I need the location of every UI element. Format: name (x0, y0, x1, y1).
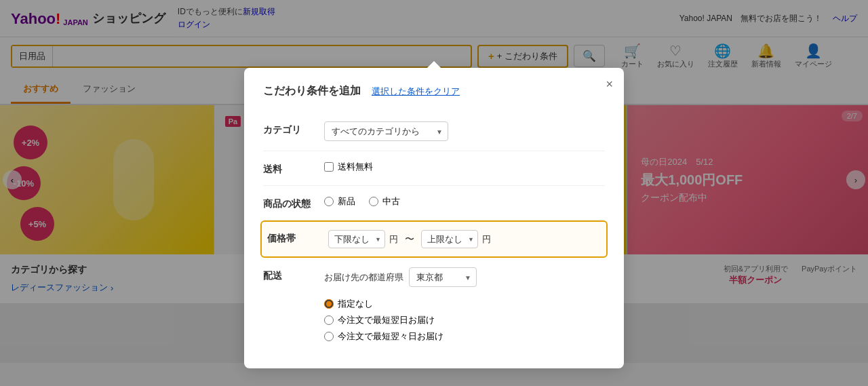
new-condition-radio[interactable] (324, 197, 334, 206)
category-select-wrapper: すべてのカテゴリから レディースファッション メンズファッション 家電 食品 (324, 121, 448, 141)
delivery-content: お届け先の都道府県 東京都 大阪府 愛知県 神奈川県 北海道 (324, 267, 605, 343)
price-min-select[interactable]: 下限なし 100 500 1000 3000 5000 (328, 230, 385, 248)
price-max-select[interactable]: 上限なし 100 500 1000 3000 5000 (421, 230, 478, 248)
price-row: 価格帯 下限なし 100 500 1000 3000 5000 (260, 220, 608, 258)
filter-modal: こだわり条件を追加 選択した条件をクリア × カテゴリ すべてのカテゴリから レ… (244, 68, 624, 363)
free-shipping-checkbox-label[interactable]: 送料無料 (324, 161, 373, 173)
new-condition-label[interactable]: 新品 (324, 195, 355, 208)
delivery-pref-label: お届け先の都道府県 (324, 271, 403, 284)
condition-label: 商品の状態 (263, 195, 324, 210)
delivery-any-label[interactable]: 指定なし (324, 298, 597, 310)
pref-select-wrapper: 東京都 大阪府 愛知県 神奈川県 北海道 (409, 267, 477, 287)
category-select[interactable]: すべてのカテゴリから レディースファッション メンズファッション 家電 食品 (324, 121, 448, 141)
price-label: 価格帯 (267, 230, 328, 245)
modal-title: こだわり条件を追加 (263, 84, 361, 98)
delivery-pref-row: お届け先の都道府県 東京都 大阪府 愛知県 神奈川県 北海道 (324, 267, 477, 287)
delivery-options: 指定なし 今注文で最短翌日お届け 今注文で最短翌々日お届け (324, 298, 605, 343)
price-max-unit: 円 (482, 233, 491, 246)
free-shipping-checkbox[interactable] (324, 162, 334, 172)
delivery-two-day-radio[interactable] (324, 332, 334, 341)
category-row: カテゴリ すべてのカテゴリから レディースファッション メンズファッション 家電… (263, 112, 605, 151)
delivery-two-day-text: 今注文で最短翌々日お届け (338, 330, 443, 343)
used-condition-radio[interactable] (369, 197, 378, 206)
price-min-group: 下限なし 100 500 1000 3000 5000 円 〜 (328, 230, 491, 248)
free-shipping-label: 送料無料 (338, 161, 373, 173)
category-label: カテゴリ (263, 121, 324, 136)
shipping-content: 送料無料 (324, 161, 605, 173)
delivery-two-day-label[interactable]: 今注文で最短翌々日お届け (324, 330, 597, 343)
modal-overlay: こだわり条件を追加 選択した条件をクリア × カテゴリ すべてのカテゴリから レ… (0, 0, 868, 363)
delivery-next-day-text: 今注文で最短翌日お届け (338, 314, 435, 326)
condition-row: 商品の状態 新品 中古 (263, 186, 605, 220)
new-condition-text: 新品 (338, 195, 355, 208)
shipping-label: 送料 (263, 161, 324, 176)
used-condition-text: 中古 (382, 195, 400, 208)
price-max-select-wrapper: 上限なし 100 500 1000 3000 5000 (421, 230, 478, 248)
price-min-unit: 円 (389, 233, 398, 246)
condition-content: 新品 中古 (324, 195, 605, 208)
delivery-any-radio[interactable] (324, 299, 334, 309)
delivery-next-day-radio[interactable] (324, 315, 334, 325)
modal-header: こだわり条件を追加 選択した条件をクリア (263, 84, 605, 98)
delivery-next-day-label[interactable]: 今注文で最短翌日お届け (324, 314, 597, 326)
modal-close-button[interactable]: × (606, 77, 613, 92)
clear-conditions-link[interactable]: 選択した条件をクリア (372, 85, 460, 98)
prefecture-select[interactable]: 東京都 大阪府 愛知県 神奈川県 北海道 (409, 267, 477, 287)
delivery-label: 配送 (263, 267, 324, 343)
used-condition-label[interactable]: 中古 (369, 195, 400, 208)
delivery-any-text: 指定なし (338, 298, 373, 310)
delivery-inner: 配送 お届け先の都道府県 東京都 大阪府 愛知県 神奈川県 (263, 267, 605, 343)
category-content: すべてのカテゴリから レディースファッション メンズファッション 家電 食品 (324, 121, 605, 141)
modal-arrow (427, 61, 441, 68)
price-content: 下限なし 100 500 1000 3000 5000 円 〜 (328, 230, 601, 248)
delivery-row: 配送 お届け先の都道府県 東京都 大阪府 愛知県 神奈川県 (263, 258, 605, 352)
shipping-row: 送料 送料無料 (263, 151, 605, 186)
price-tilde: 〜 (405, 233, 414, 246)
price-min-select-wrapper: 下限なし 100 500 1000 3000 5000 (328, 230, 385, 248)
